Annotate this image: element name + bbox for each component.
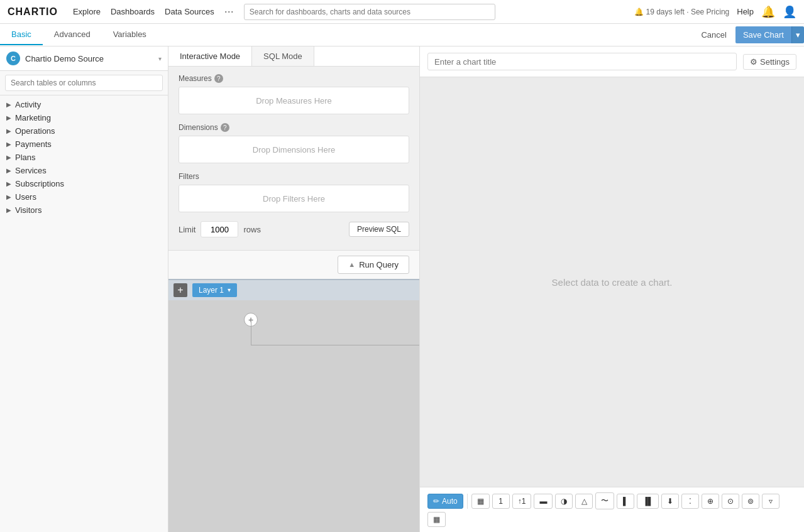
help-link[interactable]: Help: [737, 7, 754, 16]
filter-button[interactable]: ▿: [762, 494, 779, 509]
measures-label: Measures ?: [179, 74, 409, 83]
nav-explore[interactable]: Explore: [73, 7, 101, 16]
nav-data-sources[interactable]: Data Sources: [165, 7, 214, 16]
table-chart-button[interactable]: ▦: [471, 494, 490, 509]
tree-caret-icon: ▶: [6, 154, 11, 161]
add-layer-button[interactable]: +: [173, 283, 187, 297]
global-search-input[interactable]: [244, 4, 495, 20]
chart-empty-area: Select data to create a chart.: [420, 77, 804, 487]
save-chart-button[interactable]: Save Chart: [735, 26, 791, 43]
dimensions-drop-zone[interactable]: Drop Dimensions Here: [179, 136, 409, 163]
grouped-chart-button[interactable]: ▐▌: [637, 494, 659, 509]
line-chart-button[interactable]: 〜: [595, 492, 614, 509]
tree-item-marketing[interactable]: ▶Marketing: [0, 111, 168, 124]
left-panel: C Chartio Demo Source ▾ ▶Activity▶Market…: [0, 46, 168, 532]
settings-button[interactable]: ⚙ Settings: [743, 54, 796, 70]
save-chart-dropdown[interactable]: ▾: [791, 26, 804, 43]
source-selector[interactable]: C Chartio Demo Source ▾: [0, 46, 168, 71]
map2-icon: ⊚: [747, 497, 754, 506]
area-chart-button[interactable]: △: [575, 494, 593, 509]
search-box: [0, 71, 168, 95]
tree-caret-icon: ▶: [6, 114, 11, 121]
tree-item-label: Payments: [15, 139, 52, 149]
interactive-mode-tab[interactable]: Interactive Mode: [168, 46, 252, 66]
line-icon: 〜: [601, 496, 609, 506]
image-button[interactable]: ▦: [427, 512, 446, 527]
filter-icon: ▿: [769, 497, 773, 506]
gear-icon: ⚙: [750, 57, 757, 67]
chart-title-input[interactable]: [427, 53, 737, 70]
layer-1-tab[interactable]: Layer 1 ▾: [192, 283, 237, 297]
layer-1-label: Layer 1: [199, 286, 224, 295]
run-icon: ▲: [348, 261, 355, 268]
tree-caret-icon: ▶: [6, 167, 11, 174]
nav-dashboards[interactable]: Dashboards: [111, 7, 155, 16]
pie-icon: ◑: [561, 497, 567, 506]
pie-chart-button[interactable]: ◑: [555, 494, 573, 509]
image-icon: ▦: [433, 515, 440, 524]
tab-advanced[interactable]: Advanced: [43, 24, 102, 45]
tree-caret-icon: ▶: [6, 180, 11, 187]
limit-input[interactable]: [201, 221, 238, 237]
scatter-icon: ⁚: [689, 497, 691, 506]
run-query-button[interactable]: ▲ Run Query: [338, 256, 409, 274]
tree-item-users[interactable]: ▶Users: [0, 190, 168, 204]
value-change-button[interactable]: ↑1: [512, 494, 532, 509]
user-icon[interactable]: 👤: [783, 5, 796, 19]
measures-help-icon[interactable]: ?: [214, 74, 223, 83]
scatter-button[interactable]: ⁚: [681, 494, 699, 509]
tree-caret-icon: ▶: [6, 193, 11, 200]
layers-bar: + Layer 1 ▾: [168, 279, 419, 300]
right-panel: ⚙ Settings Select data to create a chart…: [419, 46, 804, 532]
funnel-button[interactable]: ⬇: [661, 494, 679, 509]
measures-drop-zone[interactable]: Drop Measures Here: [179, 87, 409, 114]
bubble-button[interactable]: ⊕: [702, 494, 719, 509]
tree-caret-icon: ▶: [6, 128, 11, 134]
nav-right-area: 🔔 19 days left · See Pricing Help 🔔 👤: [634, 5, 796, 19]
preview-sql-button[interactable]: Preview SQL: [349, 222, 409, 237]
tree-item-label: Operations: [15, 126, 55, 136]
single-value-button[interactable]: 1: [492, 494, 510, 509]
tree-item-visitors[interactable]: ▶Visitors: [0, 204, 168, 217]
bubble-icon: ⊕: [707, 497, 713, 506]
single-value-icon: 1: [498, 497, 503, 506]
source-caret-icon: ▾: [158, 55, 162, 62]
app-logo: CHARTIO: [8, 6, 58, 18]
tree-item-label: Activity: [15, 100, 41, 109]
chart-empty-message: Select data to create a chart.: [552, 277, 673, 288]
drop-filters-text: Drop Filters Here: [263, 194, 325, 204]
tree-item-label: Marketing: [15, 113, 51, 122]
trial-notice[interactable]: 🔔 19 days left · See Pricing: [634, 8, 729, 16]
bar-chart-button[interactable]: ▬: [534, 494, 553, 509]
chart-toolbar: ✏ Auto ▦ 1 ↑1 ▬ ◑ △ 〜: [420, 487, 804, 532]
drop-measures-text: Drop Measures Here: [256, 96, 332, 106]
limit-row: Limit rows Preview SQL: [179, 221, 409, 237]
map2-button[interactable]: ⊚: [742, 494, 759, 509]
column-chart-button[interactable]: ▌: [617, 494, 634, 509]
nav-more[interactable]: ···: [224, 5, 234, 18]
tree-item-services[interactable]: ▶Services: [0, 164, 168, 177]
cancel-button[interactable]: Cancel: [692, 26, 735, 43]
tree-item-label: Users: [15, 192, 36, 202]
tree-item-label: Plans: [15, 153, 36, 162]
tree-item-activity[interactable]: ▶Activity: [0, 98, 168, 111]
tree-item-plans[interactable]: ▶Plans: [0, 151, 168, 164]
sql-mode-tab[interactable]: SQL Mode: [252, 46, 314, 66]
tab-variables[interactable]: Variables: [102, 24, 158, 45]
tree-item-subscriptions[interactable]: ▶Subscriptions: [0, 177, 168, 190]
notifications-icon[interactable]: 🔔: [761, 5, 775, 19]
top-nav: CHARTIO Explore Dashboards Data Sources …: [0, 0, 804, 24]
tree-item-operations[interactable]: ▶Operations: [0, 124, 168, 138]
map1-button[interactable]: ⊙: [722, 494, 739, 509]
canvas-area: +: [168, 300, 419, 533]
drop-dimensions-text: Drop Dimensions Here: [253, 145, 336, 155]
table-search-input[interactable]: [5, 75, 163, 91]
tab-basic[interactable]: Basic: [0, 24, 43, 45]
auto-chart-button[interactable]: ✏ Auto: [427, 494, 463, 509]
limit-label: Limit: [179, 225, 195, 234]
dimensions-help-icon[interactable]: ?: [221, 123, 229, 132]
canvas-line-h: [251, 320, 251, 345]
tree-item-payments[interactable]: ▶Payments: [0, 138, 168, 151]
tab-bar: Basic Advanced Variables Cancel Save Cha…: [0, 24, 804, 46]
filters-drop-zone[interactable]: Drop Filters Here: [179, 185, 409, 212]
